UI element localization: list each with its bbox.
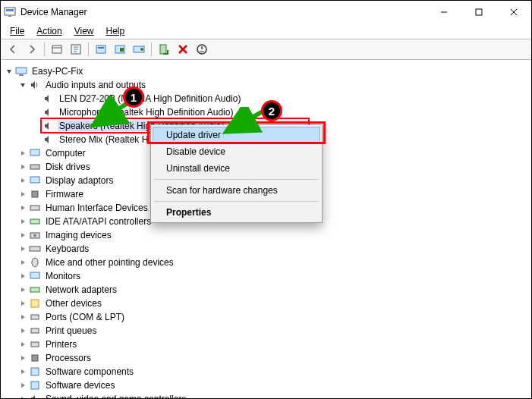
toolbar-uninstall-button[interactable] [174, 40, 192, 58]
device-tree[interactable]: Easy-PC-Fix Audio inputs and outputs LEN… [1, 60, 531, 398]
chip-icon [29, 188, 41, 200]
tree-label: Processors [44, 353, 93, 363]
caret-down-icon[interactable] [4, 66, 14, 77]
caret-right-icon[interactable] [17, 284, 28, 295]
port-icon [29, 311, 41, 323]
speaker-icon [42, 120, 55, 132]
tree-label: Software components [44, 366, 135, 377]
camera-icon [29, 229, 41, 241]
toolbar-show-hidden-button[interactable] [48, 40, 66, 58]
cpu-icon [29, 352, 41, 364]
caret-right-icon[interactable] [17, 175, 28, 186]
tree-label: Display adaptors [44, 175, 115, 186]
caret-right-icon[interactable] [17, 230, 28, 240]
tree-label: Firmware [44, 189, 85, 200]
minimize-button[interactable] [427, 1, 461, 24]
menubar: File Action View Help [1, 24, 531, 39]
tree-label: Ports (COM & LPT) [44, 312, 126, 322]
caret-right-icon[interactable] [17, 366, 28, 377]
tree-label: Mice and other pointing devices [44, 257, 175, 268]
svg-rect-25 [30, 149, 39, 156]
caret-right-icon[interactable] [17, 162, 28, 172]
caret-right-icon[interactable] [17, 380, 28, 391]
caret-right-icon[interactable] [17, 203, 28, 213]
tree-label: Sound, video and game controllers [44, 394, 187, 399]
context-properties[interactable]: Properties [153, 204, 320, 221]
svg-rect-23 [16, 68, 27, 74]
caret-down-icon[interactable] [17, 80, 28, 90]
tree-device-microphone[interactable]: Microphone (Realtek High Definition Audi… [4, 105, 528, 118]
toolbar-separator [151, 42, 152, 56]
caret-right-icon[interactable] [17, 257, 28, 268]
caret-right-icon[interactable] [17, 312, 28, 322]
caret-right-icon[interactable] [17, 394, 28, 399]
tree-category-audio[interactable]: Audio inputs and outputs [4, 78, 528, 91]
titlebar: Device Manager [1, 1, 531, 24]
toolbar-scan-button[interactable] [130, 40, 148, 58]
tree-category[interactable]: Printers [4, 338, 528, 350]
tree-category[interactable]: Ports (COM & LPT) [4, 310, 528, 323]
context-uninstall-device[interactable]: Uninstall device [153, 160, 320, 177]
ide-icon [29, 215, 41, 228]
svg-rect-40 [31, 342, 39, 347]
svg-rect-36 [30, 287, 39, 292]
tree-category[interactable]: Print queues [4, 324, 528, 337]
toolbar-properties-button[interactable] [92, 40, 110, 58]
toolbar-refresh-button[interactable] [111, 40, 129, 58]
maximize-button[interactable] [461, 1, 496, 24]
toolbar-back-button[interactable] [4, 40, 22, 58]
context-scan-hardware[interactable]: Scan for hardware changes [153, 182, 320, 199]
tree-label: Microphone (Realtek High Definition Audi… [58, 107, 235, 118]
speaker-icon [42, 134, 55, 146]
context-disable-device[interactable]: Disable device [153, 143, 320, 160]
toolbar-separator [88, 42, 89, 56]
caret-right-icon[interactable] [17, 339, 28, 350]
tree-label: Printers [44, 339, 78, 350]
caret-right-icon[interactable] [17, 216, 28, 227]
tree-category[interactable]: Monitors [4, 269, 528, 282]
caret-right-icon[interactable] [17, 243, 28, 254]
tree-device-len[interactable]: LEN D27-20B (NVIDIA High Definition Audi… [4, 92, 528, 105]
menu-file[interactable]: File [4, 24, 30, 38]
svg-rect-14 [98, 47, 104, 49]
svg-rect-33 [30, 247, 40, 251]
svg-rect-16 [120, 48, 124, 52]
context-separator [154, 179, 319, 180]
tree-category[interactable]: Software devices [4, 379, 528, 391]
toolbar-update-driver-button[interactable] [155, 40, 173, 58]
toolbar-separator [44, 42, 45, 56]
toolbar-forward-button[interactable] [23, 40, 41, 58]
toolbar-help-button[interactable] [67, 40, 85, 58]
mouse-icon [29, 256, 41, 269]
tree-category[interactable]: Mice and other pointing devices [4, 256, 528, 269]
speaker-icon [29, 79, 41, 91]
context-update-driver[interactable]: Update driver [153, 127, 320, 143]
caret-right-icon[interactable] [17, 298, 28, 309]
tree-category[interactable]: Imaging devices [4, 228, 528, 241]
keyboard-icon [29, 243, 41, 255]
tree-category[interactable]: Other devices [4, 297, 528, 309]
tree-root[interactable]: Easy-PC-Fix [4, 64, 528, 77]
caret-right-icon[interactable] [17, 189, 28, 200]
svg-rect-37 [31, 300, 39, 307]
svg-rect-19 [160, 45, 166, 54]
printer-icon [29, 325, 41, 337]
caret-right-icon[interactable] [17, 271, 28, 281]
svg-point-34 [32, 258, 38, 267]
caret-right-icon[interactable] [17, 148, 28, 159]
tree-category[interactable]: Software components [4, 365, 528, 378]
menu-view[interactable]: View [68, 24, 100, 38]
caret-right-icon[interactable] [17, 353, 28, 363]
tree-category[interactable]: Sound, video and game controllers [4, 392, 528, 398]
tree-category[interactable]: Keyboards [4, 242, 528, 255]
menu-action[interactable]: Action [30, 24, 68, 38]
device-manager-window: Device Manager File Action View Help [0, 0, 532, 399]
context-separator [154, 201, 319, 202]
menu-help[interactable]: Help [100, 24, 131, 38]
close-button[interactable] [496, 1, 531, 24]
caret-right-icon[interactable] [17, 325, 28, 336]
tree-category[interactable]: Processors [4, 351, 528, 364]
svg-rect-38 [31, 315, 39, 319]
toolbar-disable-button[interactable] [193, 40, 211, 58]
tree-category[interactable]: Network adapters [4, 283, 528, 296]
